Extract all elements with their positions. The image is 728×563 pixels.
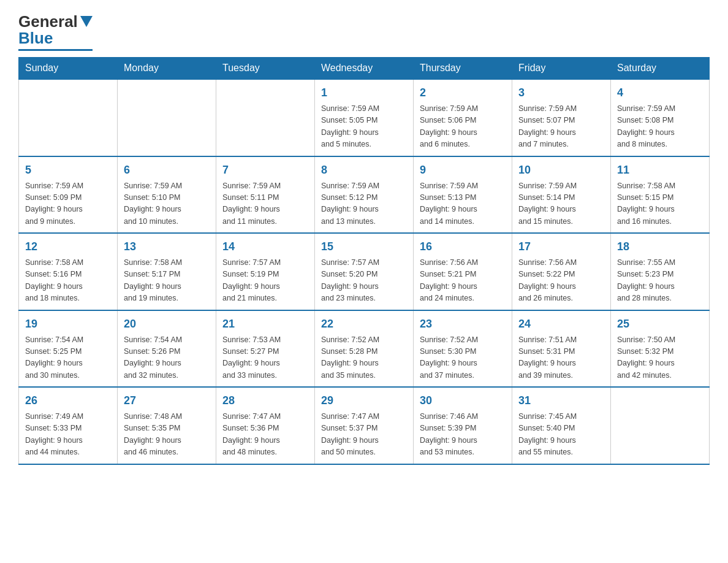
day-number: 18: [617, 239, 703, 255]
day-number: 14: [222, 239, 308, 255]
day-info: Sunrise: 7:57 AMSunset: 5:20 PMDaylight:…: [321, 257, 407, 305]
day-number: 15: [321, 239, 407, 255]
day-info: Sunrise: 7:59 AMSunset: 5:07 PMDaylight:…: [518, 103, 604, 151]
calendar-cell: 22Sunrise: 7:52 AMSunset: 5:28 PMDayligh…: [315, 310, 414, 388]
calendar-cell: 17Sunrise: 7:56 AMSunset: 5:22 PMDayligh…: [512, 233, 611, 310]
day-header-sunday: Sunday: [19, 58, 118, 80]
calendar-cell: 7Sunrise: 7:59 AMSunset: 5:11 PMDaylight…: [216, 156, 315, 234]
day-number: 8: [321, 162, 407, 178]
day-info: Sunrise: 7:57 AMSunset: 5:19 PMDaylight:…: [222, 257, 308, 305]
day-info: Sunrise: 7:45 AMSunset: 5:40 PMDaylight:…: [518, 411, 604, 459]
calendar-cell: 5Sunrise: 7:59 AMSunset: 5:09 PMDaylight…: [19, 156, 118, 234]
day-info: Sunrise: 7:52 AMSunset: 5:30 PMDaylight:…: [420, 334, 506, 382]
day-info: Sunrise: 7:54 AMSunset: 5:25 PMDaylight:…: [25, 334, 111, 382]
day-info: Sunrise: 7:50 AMSunset: 5:32 PMDaylight:…: [617, 334, 703, 382]
calendar-cell: 31Sunrise: 7:45 AMSunset: 5:40 PMDayligh…: [512, 387, 611, 464]
day-info: Sunrise: 7:59 AMSunset: 5:09 PMDaylight:…: [25, 180, 111, 228]
calendar-cell: 15Sunrise: 7:57 AMSunset: 5:20 PMDayligh…: [315, 233, 414, 310]
calendar-cell: 28Sunrise: 7:47 AMSunset: 5:36 PMDayligh…: [216, 387, 315, 464]
day-info: Sunrise: 7:59 AMSunset: 5:11 PMDaylight:…: [222, 180, 308, 228]
day-number: 22: [321, 316, 407, 332]
calendar-week-row: 12Sunrise: 7:58 AMSunset: 5:16 PMDayligh…: [19, 233, 710, 310]
day-info: Sunrise: 7:47 AMSunset: 5:36 PMDaylight:…: [222, 411, 308, 459]
calendar-week-row: 26Sunrise: 7:49 AMSunset: 5:33 PMDayligh…: [19, 387, 710, 464]
day-number: 21: [222, 316, 308, 332]
calendar-cell: 16Sunrise: 7:56 AMSunset: 5:21 PMDayligh…: [414, 233, 512, 310]
day-info: Sunrise: 7:56 AMSunset: 5:22 PMDaylight:…: [518, 257, 604, 305]
calendar-week-row: 1Sunrise: 7:59 AMSunset: 5:05 PMDaylight…: [19, 79, 710, 156]
page-header: General Blue: [18, 12, 710, 51]
calendar-week-row: 19Sunrise: 7:54 AMSunset: 5:25 PMDayligh…: [19, 310, 710, 388]
day-header-thursday: Thursday: [414, 58, 512, 80]
day-number: 30: [420, 393, 506, 409]
logo: General Blue: [18, 12, 93, 51]
day-number: 19: [25, 316, 111, 332]
calendar-cell: 18Sunrise: 7:55 AMSunset: 5:23 PMDayligh…: [611, 233, 710, 310]
day-info: Sunrise: 7:59 AMSunset: 5:05 PMDaylight:…: [321, 103, 407, 151]
day-header-tuesday: Tuesday: [216, 58, 315, 80]
calendar-cell: [216, 79, 315, 156]
day-number: 25: [617, 316, 703, 332]
logo-triangle-icon: [80, 12, 93, 31]
day-number: 10: [518, 162, 604, 178]
day-info: Sunrise: 7:51 AMSunset: 5:31 PMDaylight:…: [518, 334, 604, 382]
calendar-cell: 11Sunrise: 7:58 AMSunset: 5:15 PMDayligh…: [611, 156, 710, 234]
calendar-cell: 12Sunrise: 7:58 AMSunset: 5:16 PMDayligh…: [19, 233, 118, 310]
day-header-friday: Friday: [512, 58, 611, 80]
calendar-cell: 30Sunrise: 7:46 AMSunset: 5:39 PMDayligh…: [414, 387, 512, 464]
day-info: Sunrise: 7:59 AMSunset: 5:13 PMDaylight:…: [420, 180, 506, 228]
day-info: Sunrise: 7:59 AMSunset: 5:10 PMDaylight:…: [124, 180, 210, 228]
calendar-cell: 13Sunrise: 7:58 AMSunset: 5:17 PMDayligh…: [118, 233, 216, 310]
calendar-cell: 14Sunrise: 7:57 AMSunset: 5:19 PMDayligh…: [216, 233, 315, 310]
day-number: 29: [321, 393, 407, 409]
day-info: Sunrise: 7:58 AMSunset: 5:15 PMDaylight:…: [617, 180, 703, 228]
calendar-cell: 9Sunrise: 7:59 AMSunset: 5:13 PMDaylight…: [414, 156, 512, 234]
day-info: Sunrise: 7:59 AMSunset: 5:08 PMDaylight:…: [617, 103, 703, 151]
calendar-cell: 29Sunrise: 7:47 AMSunset: 5:37 PMDayligh…: [315, 387, 414, 464]
calendar-cell: [19, 79, 118, 156]
day-number: 13: [124, 239, 210, 255]
calendar-cell: 19Sunrise: 7:54 AMSunset: 5:25 PMDayligh…: [19, 310, 118, 388]
day-number: 5: [25, 162, 111, 178]
day-info: Sunrise: 7:55 AMSunset: 5:23 PMDaylight:…: [617, 257, 703, 305]
calendar-cell: [118, 79, 216, 156]
svg-marker-0: [80, 16, 93, 27]
calendar-header-row: SundayMondayTuesdayWednesdayThursdayFrid…: [19, 58, 710, 80]
day-number: 26: [25, 393, 111, 409]
calendar-week-row: 5Sunrise: 7:59 AMSunset: 5:09 PMDaylight…: [19, 156, 710, 234]
day-info: Sunrise: 7:56 AMSunset: 5:21 PMDaylight:…: [420, 257, 506, 305]
day-info: Sunrise: 7:59 AMSunset: 5:14 PMDaylight:…: [518, 180, 604, 228]
day-info: Sunrise: 7:48 AMSunset: 5:35 PMDaylight:…: [124, 411, 210, 459]
calendar-cell: 24Sunrise: 7:51 AMSunset: 5:31 PMDayligh…: [512, 310, 611, 388]
calendar-cell: 6Sunrise: 7:59 AMSunset: 5:10 PMDaylight…: [118, 156, 216, 234]
day-number: 9: [420, 162, 506, 178]
day-info: Sunrise: 7:52 AMSunset: 5:28 PMDaylight:…: [321, 334, 407, 382]
day-number: 3: [518, 85, 604, 101]
day-info: Sunrise: 7:47 AMSunset: 5:37 PMDaylight:…: [321, 411, 407, 459]
day-header-wednesday: Wednesday: [315, 58, 414, 80]
day-number: 1: [321, 85, 407, 101]
day-number: 12: [25, 239, 111, 255]
day-number: 27: [124, 393, 210, 409]
day-info: Sunrise: 7:59 AMSunset: 5:12 PMDaylight:…: [321, 180, 407, 228]
day-number: 2: [420, 85, 506, 101]
day-info: Sunrise: 7:53 AMSunset: 5:27 PMDaylight:…: [222, 334, 308, 382]
day-info: Sunrise: 7:59 AMSunset: 5:06 PMDaylight:…: [420, 103, 506, 151]
calendar-cell: 26Sunrise: 7:49 AMSunset: 5:33 PMDayligh…: [19, 387, 118, 464]
calendar-cell: 27Sunrise: 7:48 AMSunset: 5:35 PMDayligh…: [118, 387, 216, 464]
calendar-cell: [611, 387, 710, 464]
logo-underline: [18, 49, 93, 51]
day-info: Sunrise: 7:49 AMSunset: 5:33 PMDaylight:…: [25, 411, 111, 459]
day-number: 16: [420, 239, 506, 255]
day-number: 24: [518, 316, 604, 332]
day-number: 17: [518, 239, 604, 255]
day-info: Sunrise: 7:58 AMSunset: 5:17 PMDaylight:…: [124, 257, 210, 305]
calendar-cell: 23Sunrise: 7:52 AMSunset: 5:30 PMDayligh…: [414, 310, 512, 388]
day-header-saturday: Saturday: [611, 58, 710, 80]
logo-blue-text: Blue: [18, 29, 53, 48]
day-number: 6: [124, 162, 210, 178]
calendar-cell: 1Sunrise: 7:59 AMSunset: 5:05 PMDaylight…: [315, 79, 414, 156]
calendar-cell: 4Sunrise: 7:59 AMSunset: 5:08 PMDaylight…: [611, 79, 710, 156]
calendar-cell: 20Sunrise: 7:54 AMSunset: 5:26 PMDayligh…: [118, 310, 216, 388]
day-number: 28: [222, 393, 308, 409]
